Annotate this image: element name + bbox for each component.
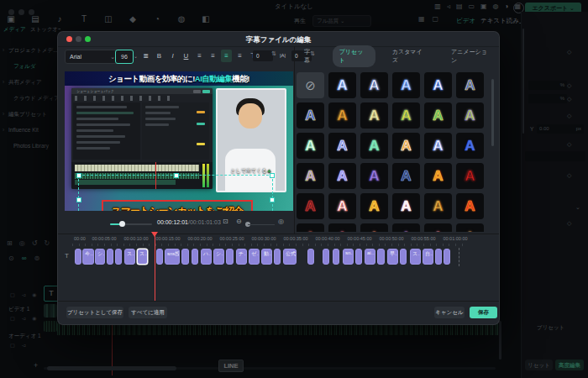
preset-tile[interactable]: A — [297, 133, 324, 159]
subtitle-clip[interactable] — [435, 249, 442, 265]
preset-tile[interactable]: A — [424, 133, 452, 159]
subtitle-clip[interactable] — [156, 249, 163, 265]
subtitle-clip[interactable]: sn… — [343, 249, 354, 265]
align-center-button[interactable]: ≡ — [207, 50, 218, 62]
preset-tile[interactable]: A — [328, 223, 356, 232]
preset-tile[interactable]: A — [456, 72, 484, 98]
stepper-icon[interactable]: ⇅ — [271, 50, 276, 57]
subtitle-clip[interactable] — [323, 249, 329, 265]
preset-tile[interactable]: A — [456, 223, 484, 232]
subtitle-clip[interactable]: ス… — [137, 249, 148, 265]
preset-tile[interactable]: A — [392, 133, 420, 159]
preset-tile[interactable]: A — [456, 163, 484, 189]
preset-tile[interactable]: A — [456, 133, 484, 159]
subtitle-clip[interactable] — [226, 249, 234, 265]
font-family-select[interactable]: Arial ⌄ — [65, 50, 120, 64]
subtitle-clip[interactable] — [400, 249, 407, 265]
underline-button[interactable]: U — [181, 50, 192, 62]
subtitle-clip[interactable]: ス… — [124, 249, 135, 265]
preset-tile[interactable]: A — [360, 193, 388, 219]
bold-button[interactable]: B — [154, 50, 165, 62]
zoom-fit-icon[interactable]: ◎ — [278, 218, 284, 225]
font-size-select[interactable]: 96 — [115, 50, 134, 64]
preset-tile[interactable]: A — [360, 102, 388, 129]
preset-tile[interactable]: A — [328, 163, 356, 189]
chevron-down-icon[interactable]: ⌄ — [134, 53, 138, 59]
preset-tile[interactable]: A — [456, 102, 484, 129]
subtitle-clip[interactable]: sns投… — [165, 249, 180, 265]
subtitle-clip[interactable]: 自… — [423, 249, 433, 265]
preset-tile[interactable]: A — [424, 193, 452, 219]
subtitle-clip[interactable] — [181, 249, 189, 265]
fit-window-icon[interactable]: ⊡ — [223, 218, 228, 225]
save-button[interactable]: 保存 — [470, 307, 497, 318]
subtitle-clip[interactable]: シ… — [95, 249, 105, 265]
subtitle-clip[interactable]: 動… — [261, 249, 272, 265]
preset-tile[interactable]: A — [297, 193, 324, 219]
preset-tile[interactable]: A — [297, 102, 324, 129]
subtitle-clip[interactable] — [307, 249, 314, 265]
preset-tile[interactable]: A — [392, 163, 420, 189]
seek-slider-knob[interactable] — [119, 221, 125, 227]
subtitle-clip[interactable]: ゼ… — [249, 249, 260, 265]
preset-tile[interactable]: A — [392, 102, 420, 129]
subtitle-clip[interactable]: 今… — [82, 249, 94, 265]
align-justify-button[interactable]: ≡ — [234, 50, 245, 62]
subtitle-clip[interactable] — [192, 249, 198, 265]
subtitle-clip[interactable] — [107, 249, 113, 265]
subtitle-clip[interactable]: 公式… — [283, 249, 297, 265]
subtitle-clip[interactable] — [75, 249, 81, 265]
tab-プリセット[interactable]: プリセット — [333, 45, 375, 67]
subtitle-clip[interactable]: ス… — [410, 249, 421, 265]
preset-tile[interactable]: A — [392, 223, 420, 232]
line-spacing-field[interactable]: 0 — [253, 50, 273, 61]
video-preview[interactable]: ショート動画を効率的に!AI自動編集機能! ショートショートパック — [65, 71, 293, 211]
dialog-playhead[interactable] — [155, 234, 155, 301]
zoom-slider-track[interactable] — [248, 224, 275, 225]
preset-tile[interactable]: A — [328, 133, 356, 159]
subtitle-clip[interactable]: チ… — [236, 249, 247, 265]
preset-tile[interactable]: A — [297, 163, 324, 189]
align-left-button[interactable]: ≡ — [194, 50, 205, 62]
preset-tile[interactable]: A — [424, 163, 452, 189]
timeline-ruler[interactable]: 00:0000:00:05:0000:00:10:0000:00:15:0000… — [72, 236, 488, 243]
preset-tile[interactable]: A — [297, 223, 324, 232]
subtitle-clip[interactable]: ai… — [365, 249, 375, 265]
preset-tile[interactable]: A — [328, 72, 356, 98]
subtitle-clip[interactable]: ハ… — [201, 249, 212, 265]
preset-tile[interactable]: A — [424, 223, 452, 232]
dialog-playhead-marker[interactable] — [151, 232, 158, 237]
subtitle-clip[interactable]: 早… — [387, 249, 398, 265]
subtitle-text[interactable]: スマートシーンカットをご紹介 — [103, 205, 251, 211]
preset-tile[interactable]: A — [392, 193, 420, 219]
zoom-out-icon[interactable]: ⊖ — [236, 218, 242, 225]
subtitle-clip[interactable] — [333, 249, 339, 265]
preset-tile[interactable]: A — [328, 193, 356, 219]
line-spacing-icon[interactable]: ≣ — [140, 50, 151, 62]
subtitle-clip[interactable]: シ… — [213, 249, 224, 265]
tab-字幕[interactable]: 字幕 — [297, 45, 323, 67]
italic-button[interactable]: I — [167, 50, 178, 62]
preset-tile[interactable]: A — [392, 72, 420, 98]
align-right-button[interactable]: ≡ — [221, 50, 232, 62]
apply-to-all-button[interactable]: すべてに適用 — [129, 307, 167, 318]
tab-アニメーション[interactable]: アニメーション — [444, 45, 499, 67]
cancel-button[interactable]: キャンセル — [434, 307, 465, 318]
preset-tile[interactable]: A — [360, 133, 388, 159]
preset-tile[interactable]: A — [360, 72, 388, 98]
subtitle-clip[interactable] — [377, 249, 385, 265]
preset-none-tile[interactable]: ⊘ — [297, 72, 324, 98]
preset-tile[interactable]: A — [456, 193, 484, 219]
subtitle-clip[interactable] — [115, 249, 122, 265]
subtitle-clip[interactable] — [274, 249, 281, 265]
preset-tile[interactable]: A — [360, 163, 388, 189]
subtitle-clip[interactable] — [444, 249, 450, 265]
preset-tile[interactable]: A — [328, 102, 356, 129]
preset-tile[interactable]: A — [424, 72, 452, 98]
preset-grid-scrollbar[interactable] — [491, 79, 494, 146]
preset-tile[interactable]: A — [424, 102, 452, 129]
subtitle-clip[interactable] — [355, 249, 362, 265]
save-as-preset-button[interactable]: プリセットとして保存 — [66, 307, 123, 318]
preset-tile[interactable]: A — [360, 223, 388, 232]
tab-カスタマイズ[interactable]: カスタマイズ — [386, 45, 434, 67]
